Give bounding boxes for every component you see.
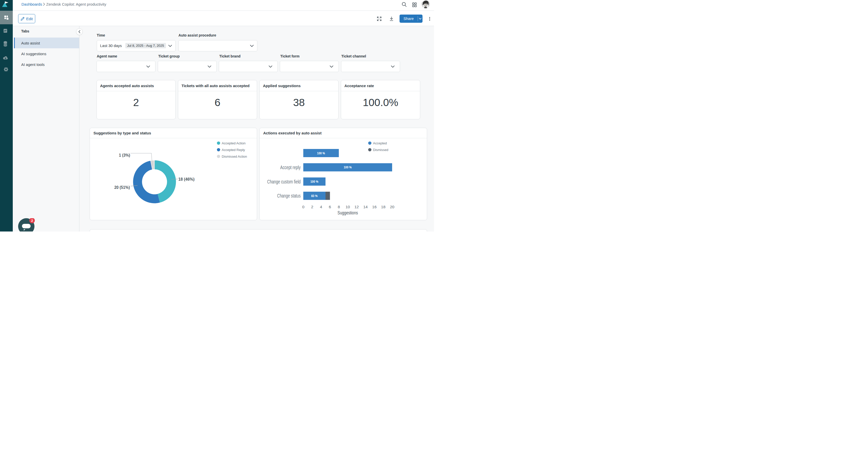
svg-text:Accept reply: Accept reply [280,165,301,170]
svg-text:16: 16 [372,205,377,209]
svg-text:2: 2 [31,219,33,223]
svg-text:Change custom field: Change custom field [267,179,301,184]
svg-text:18: 18 [381,205,385,209]
svg-text:83 %: 83 % [311,194,318,198]
svg-text:2: 2 [311,205,313,209]
svg-text:Accepted: Accepted [373,141,387,145]
svg-text:100 %: 100 % [310,180,318,183]
svg-text:12: 12 [354,205,359,209]
svg-text:Dismissed: Dismissed [373,148,388,152]
svg-text:Accepted Reply: Accepted Reply [222,148,245,152]
svg-text:Dismissed Action: Dismissed Action [222,154,247,158]
svg-text:100 %: 100 % [344,166,352,169]
svg-text:Suggestions: Suggestions [338,210,358,215]
svg-text:1 (3%): 1 (3%) [119,153,130,158]
svg-text:Change status: Change status [277,193,301,199]
svg-text:20: 20 [390,205,395,209]
svg-text:14: 14 [363,205,368,209]
svg-text:6: 6 [329,205,331,209]
svg-text:18 (46%): 18 (46%) [179,177,195,182]
svg-text:100 %: 100 % [317,151,325,155]
svg-text:20 (51%): 20 (51%) [114,185,130,190]
svg-text:4: 4 [320,205,322,209]
svg-text:Accepted Action: Accepted Action [222,141,246,145]
svg-text:8: 8 [338,205,340,209]
svg-text:0: 0 [302,205,305,209]
svg-text:10: 10 [345,205,350,209]
